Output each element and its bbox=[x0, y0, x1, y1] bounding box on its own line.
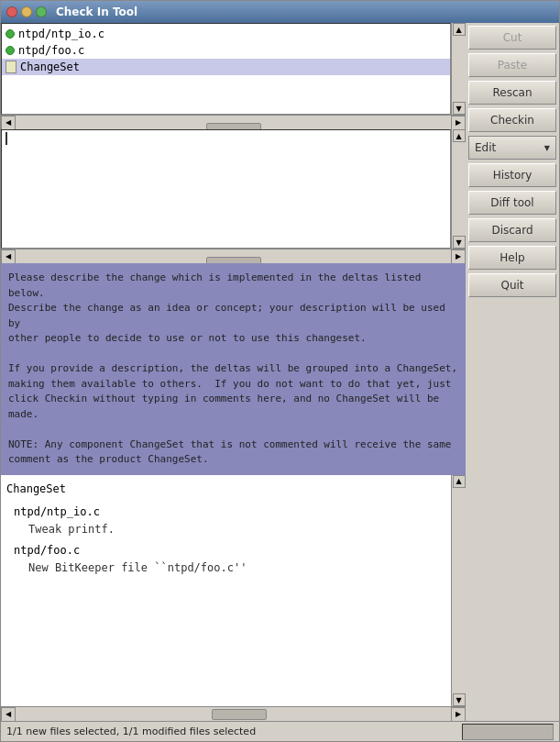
doc-icon bbox=[5, 61, 16, 73]
changeset-title: ChangeSet bbox=[6, 481, 445, 498]
entry-filename: ntpd/foo.c bbox=[14, 542, 445, 559]
titlebar: Check In Tool bbox=[1, 1, 559, 23]
scroll-up-arrow[interactable]: ▲ bbox=[453, 475, 466, 488]
bottom-area: Please describe the change which is impl… bbox=[1, 263, 466, 721]
main-window: Check In Tool ntpd/ntp_io.c ntpd/foo.c bbox=[0, 0, 560, 742]
h-scrollbar-track bbox=[16, 708, 451, 721]
comment-text: Please describe the change which is impl… bbox=[8, 271, 458, 468]
scroll-down-arrow[interactable]: ▼ bbox=[453, 236, 466, 249]
status-text: 1/1 new files selected, 1/1 modified fil… bbox=[6, 725, 256, 737]
commit-info-area[interactable]: ChangeSet ntpd/ntp_io.c Tweak printf. nt… bbox=[1, 475, 451, 707]
left-column: ntpd/ntp_io.c ntpd/foo.c ChangeSet bbox=[1, 23, 466, 721]
h-scroll-thumb[interactable] bbox=[206, 257, 261, 264]
file-entry: ntpd/foo.c New BitKeeper file ``ntpd/foo… bbox=[14, 542, 445, 577]
commit-info-vscrollbar[interactable]: ▲ ▼ bbox=[451, 475, 466, 707]
edit-hscrollbar[interactable]: ◀ ▶ bbox=[1, 249, 466, 263]
scroll-right-arrow[interactable]: ▶ bbox=[451, 249, 466, 264]
file-list-vscrollbar[interactable]: ▲ ▼ bbox=[451, 23, 466, 115]
main-content: ntpd/ntp_io.c ntpd/foo.c ChangeSet bbox=[1, 23, 559, 721]
new-icon bbox=[5, 46, 15, 55]
difftool-button[interactable]: Diff tool bbox=[468, 191, 556, 215]
status-bar: 1/1 new files selected, 1/1 modified fil… bbox=[1, 721, 559, 741]
minimize-button[interactable] bbox=[21, 6, 32, 17]
file-name: ntpd/ntp_io.c bbox=[18, 28, 104, 40]
scroll-left-arrow[interactable]: ◀ bbox=[1, 116, 16, 130]
edit-vscrollbar[interactable]: ▲ ▼ bbox=[451, 129, 466, 249]
edit-label: Edit bbox=[475, 141, 496, 154]
entry-filename: ntpd/ntp_io.c bbox=[14, 504, 445, 521]
quit-button[interactable]: Quit bbox=[468, 273, 556, 297]
scroll-down-arrow[interactable]: ▼ bbox=[453, 102, 466, 115]
discard-button[interactable]: Discard bbox=[468, 218, 556, 242]
file-list-hscrollbar[interactable]: ◀ ▶ bbox=[1, 115, 466, 129]
commit-info-section: ChangeSet ntpd/ntp_io.c Tweak printf. nt… bbox=[1, 475, 466, 707]
file-list-area[interactable]: ntpd/ntp_io.c ntpd/foo.c ChangeSet bbox=[1, 23, 451, 115]
file-entry: ntpd/ntp_io.c Tweak printf. bbox=[14, 504, 445, 538]
list-item[interactable]: ChangeSet bbox=[2, 59, 450, 75]
rescan-button[interactable]: Rescan bbox=[468, 81, 556, 105]
file-name: ChangeSet bbox=[20, 61, 80, 73]
paste-button[interactable]: Paste bbox=[468, 53, 556, 77]
middle-section: ▲ ▼ bbox=[1, 129, 466, 249]
list-item[interactable]: ntpd/ntp_io.c bbox=[2, 26, 450, 42]
modified-icon bbox=[5, 29, 15, 39]
scroll-left-arrow[interactable]: ◀ bbox=[1, 249, 16, 264]
scroll-right-arrow[interactable]: ▶ bbox=[451, 116, 466, 130]
scroll-right-arrow[interactable]: ▶ bbox=[451, 707, 466, 722]
file-list-section: ntpd/ntp_io.c ntpd/foo.c ChangeSet bbox=[1, 23, 466, 115]
entry-desc: Tweak printf. bbox=[28, 521, 445, 538]
window-title: Check In Tool bbox=[56, 6, 137, 18]
checkin-button[interactable]: Checkin bbox=[468, 108, 556, 132]
status-bar-right bbox=[462, 724, 554, 740]
maximize-button[interactable] bbox=[36, 6, 47, 17]
window-controls bbox=[6, 6, 47, 17]
dropdown-arrow-icon: ▼ bbox=[544, 144, 550, 152]
edit-dropdown[interactable]: Edit ▼ bbox=[468, 136, 556, 160]
list-item[interactable]: ntpd/foo.c bbox=[2, 42, 450, 59]
h-scroll-thumb[interactable] bbox=[206, 123, 261, 130]
scroll-up-arrow[interactable]: ▲ bbox=[453, 129, 466, 142]
history-button[interactable]: History bbox=[468, 163, 556, 187]
cursor bbox=[5, 132, 7, 145]
right-panel: Cut Paste Rescan Checkin Edit ▼ History … bbox=[466, 23, 559, 721]
cut-button[interactable]: Cut bbox=[468, 26, 556, 50]
entry-desc: New BitKeeper file ``ntpd/foo.c'' bbox=[28, 559, 445, 577]
close-button[interactable] bbox=[6, 6, 17, 17]
scroll-down-arrow[interactable]: ▼ bbox=[453, 693, 466, 706]
edit-area[interactable] bbox=[1, 129, 451, 249]
help-button[interactable]: Help bbox=[468, 246, 556, 270]
scroll-left-arrow[interactable]: ◀ bbox=[1, 707, 16, 722]
h-scroll-thumb[interactable] bbox=[212, 709, 267, 720]
bottom-hscrollbar[interactable]: ◀ ▶ bbox=[1, 706, 466, 721]
comment-box: Please describe the change which is impl… bbox=[1, 263, 466, 475]
file-list: ntpd/ntp_io.c ntpd/foo.c ChangeSet bbox=[2, 24, 450, 77]
scroll-up-arrow[interactable]: ▲ bbox=[453, 23, 466, 36]
file-name: ntpd/foo.c bbox=[18, 44, 84, 57]
